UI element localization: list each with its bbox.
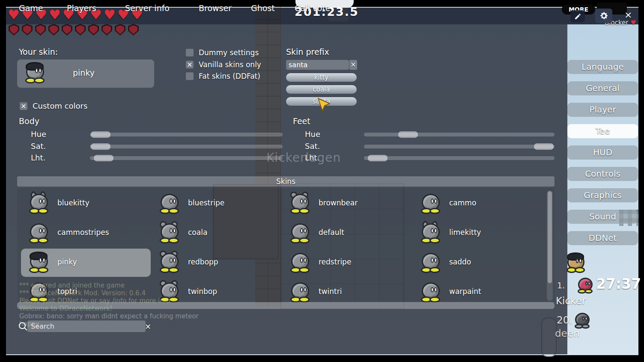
tee-icon: [29, 223, 49, 243]
feet-sat-label: Sat.: [305, 142, 320, 151]
rank-2-number: 20.: [557, 315, 572, 326]
skins-vertical-scrollbar[interactable]: [547, 190, 553, 301]
armor-shields: [9, 24, 141, 37]
skin-name: warpaint: [449, 287, 481, 296]
skin-name: redbopp: [188, 258, 218, 266]
checkbox-label: Dummy settings: [199, 48, 259, 57]
slider-handle[interactable]: [91, 131, 110, 138]
slider-handle[interactable]: [91, 143, 110, 150]
skin-name: pinky: [57, 258, 77, 266]
tab-hud[interactable]: HUD: [567, 145, 638, 160]
current-skin-tee-icon: [25, 63, 45, 83]
body-sat-slider[interactable]: [90, 145, 283, 148]
checkbox-label: Custom colors: [33, 101, 87, 110]
pencil-icon: [574, 13, 581, 20]
slider-handle[interactable]: [94, 155, 113, 161]
skin-preview-box: pinky: [17, 59, 154, 88]
clear-prefix-icon[interactable]: ×: [349, 60, 357, 70]
rank-2-name: deen: [555, 328, 579, 339]
skin-name: redstripe: [319, 258, 351, 266]
skin-prefix-label: Skin prefix: [286, 47, 329, 56]
checkbox-dummy-settings[interactable]: Dummy settings: [186, 48, 259, 57]
skin-name: coala: [188, 228, 207, 237]
skin-item-bluekitty[interactable]: bluekitty: [21, 190, 151, 218]
skin-item-redbopp[interactable]: redbopp: [152, 249, 281, 277]
skin-name: bluekitty: [57, 199, 89, 207]
menu-tab-browser[interactable]: Browser: [199, 3, 232, 13]
skin-name: saddo: [449, 258, 471, 266]
tab-controls[interactable]: Controls: [567, 167, 638, 181]
menu-tab-players[interactable]: Players: [67, 3, 96, 13]
checkbox-custom-colors[interactable]: Custom colors: [20, 101, 87, 110]
skin-prefix-input[interactable]: [286, 60, 349, 70]
tee-icon: [159, 252, 180, 273]
tee-icon: [29, 252, 49, 273]
background-tee: [566, 253, 586, 273]
feet-lht-slider[interactable]: [364, 156, 555, 160]
chat-line: Gobrex: bano: sorry man didnt expect a f…: [19, 312, 199, 320]
menu-tab-game[interactable]: Game: [19, 3, 43, 13]
menu-tab-ghost[interactable]: Ghost: [251, 3, 275, 13]
chat-line: happy: [19, 320, 39, 328]
skin-item-cammostripes[interactable]: cammostripes: [21, 219, 151, 247]
feet-section-label: Feet: [293, 116, 310, 126]
close-icon[interactable]: ×: [624, 10, 632, 20]
tee-icon: [420, 223, 441, 243]
tee-icon: [290, 282, 310, 303]
clear-search-icon[interactable]: ×: [145, 322, 151, 331]
feet-hue-slider[interactable]: [364, 133, 555, 136]
body-sat-label: Sat.: [31, 142, 46, 151]
tee-icon: [420, 252, 441, 273]
prefix-preset-kitty[interactable]: kitty: [286, 73, 357, 82]
slider-handle[interactable]: [398, 131, 418, 138]
checkbox-vanilla-skins-only[interactable]: Vanilla skins only: [186, 60, 261, 69]
slider-handle[interactable]: [368, 155, 388, 161]
skin-item-saddo[interactable]: saddo: [413, 249, 543, 277]
body-section-label: Body: [19, 116, 39, 126]
skin-item-cammo[interactable]: cammo: [413, 190, 543, 218]
tab-sound[interactable]: Sound: [567, 210, 638, 224]
body-lht-slider[interactable]: [90, 156, 283, 160]
editor-button[interactable]: [570, 10, 585, 22]
skin-item-brownbear[interactable]: brownbear: [282, 190, 412, 218]
tab-tee[interactable]: Tee: [567, 124, 638, 138]
tab-ddnet[interactable]: DDNet: [567, 231, 638, 245]
tab-language[interactable]: Language: [567, 60, 638, 74]
tab-player[interactable]: Player: [567, 103, 638, 117]
rank-1-number: 1.: [557, 281, 565, 290]
skin-item-limekitty[interactable]: limekitty: [413, 219, 543, 247]
skin-item-pinky-selected[interactable]: pinky: [21, 249, 151, 277]
your-skin-label: Your skin:: [19, 47, 58, 56]
settings-button[interactable]: [595, 9, 612, 23]
gear-icon: [599, 11, 609, 21]
skin-item-bluestripe[interactable]: bluestripe: [152, 190, 281, 218]
checkbox-label: Fat skins (DDFat): [199, 72, 260, 80]
skin-item-coala[interactable]: coala: [152, 219, 281, 247]
prefix-preset-coala[interactable]: coala: [286, 85, 357, 94]
skin-item-default[interactable]: default: [282, 219, 412, 247]
skin-name: brownbear: [319, 199, 358, 207]
body-lht-label: Lht.: [31, 153, 45, 162]
checkbox-fat-skins[interactable]: Fat skins (DDFat): [186, 72, 260, 80]
feet-sat-slider[interactable]: [364, 145, 555, 148]
skin-name: bluestripe: [188, 199, 224, 207]
checkbox-icon: [186, 72, 194, 80]
search-input[interactable]: [27, 320, 146, 332]
checkbox-icon: [20, 102, 27, 110]
skins-list-header: Skins: [17, 176, 555, 187]
skin-name: twinbop: [188, 287, 217, 296]
tab-general[interactable]: General: [567, 81, 638, 95]
menu-tab-server-info[interactable]: Server info: [125, 3, 170, 13]
feet-hue-label: Hue: [305, 130, 320, 139]
menu-tab-call-vote[interactable]: Call vote: [295, 3, 331, 13]
skin-item-redstripe[interactable]: redstripe: [282, 249, 412, 277]
tab-graphics[interactable]: Graphics: [567, 188, 638, 202]
rank-2-tee-icon: [574, 312, 590, 329]
current-skin-name: pinky: [73, 68, 95, 77]
body-hue-slider[interactable]: [90, 133, 283, 136]
slider-handle[interactable]: [534, 143, 554, 150]
scrollbar-handle[interactable]: [548, 191, 552, 283]
chat-line: Welcome to DDraceNetwork!: [19, 305, 113, 312]
rank-1-tee-icon: [577, 277, 593, 294]
chat-line: *** entered and joined the game: [19, 282, 125, 289]
